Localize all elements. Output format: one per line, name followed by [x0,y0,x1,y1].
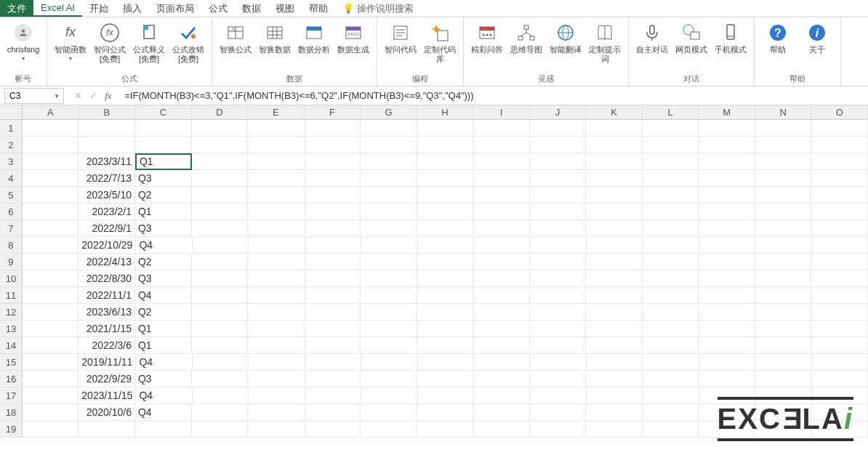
cell[interactable] [530,287,587,304]
cell[interactable] [755,220,812,237]
custom-codelib-button[interactable]: 定制代码库 [421,19,459,64]
cell[interactable] [417,220,474,237]
cell[interactable] [473,170,530,187]
cell[interactable] [473,321,530,337]
cell[interactable] [305,404,361,421]
cell[interactable] [305,387,361,404]
cell[interactable] [643,304,699,321]
row-header[interactable]: 5 [0,187,23,204]
cell[interactable] [192,337,249,354]
cell[interactable] [248,153,305,170]
cell[interactable]: 2023/11/15 [79,387,136,404]
switch-formula-button[interactable]: fx 智换公式 [217,19,254,55]
cell[interactable] [643,137,699,153]
cell[interactable] [586,220,643,237]
row-header[interactable]: 1 [0,120,23,137]
tab-view[interactable]: 视图 [268,0,302,17]
cell[interactable] [586,270,643,287]
cell[interactable] [192,137,249,153]
cell[interactable] [643,337,699,354]
cell[interactable] [361,187,417,204]
cell[interactable] [699,153,755,170]
cell[interactable] [361,404,417,421]
cell[interactable] [473,270,530,287]
cell[interactable] [248,170,305,187]
cell[interactable] [811,337,868,354]
cell[interactable] [361,254,417,270]
column-header[interactable]: C [135,105,192,119]
cell[interactable] [586,304,643,321]
cell[interactable] [23,287,79,304]
tab-home[interactable]: 开始 [82,0,116,17]
cell[interactable] [530,254,587,270]
cell[interactable] [530,387,586,404]
cell[interactable] [699,120,755,137]
cell[interactable] [699,287,755,304]
cell[interactable] [530,404,587,421]
cell[interactable] [361,170,417,187]
cell[interactable]: Q1 [135,337,192,354]
cell[interactable] [530,270,587,287]
cell[interactable] [192,270,249,287]
cell[interactable] [473,187,530,204]
cell[interactable] [473,337,530,354]
cell[interactable] [248,137,305,153]
cell[interactable] [473,204,530,220]
cell[interactable] [699,371,755,387]
cell[interactable] [530,220,587,237]
cell[interactable] [418,354,474,371]
column-header[interactable]: F [305,105,361,119]
cell[interactable] [305,337,361,354]
cell[interactable] [473,120,530,137]
cell[interactable] [305,137,361,153]
cell[interactable] [473,287,530,304]
cell[interactable] [193,354,249,371]
custom-prompt-button[interactable]: 定制提示词 [586,19,624,64]
cell[interactable]: Q3 [135,371,192,387]
cell[interactable] [23,153,79,170]
cell[interactable] [192,254,249,270]
cell[interactable]: Q4 [135,287,192,304]
cell[interactable] [473,254,530,270]
cell[interactable] [811,220,868,237]
cell[interactable] [361,387,417,404]
data-analyze-button[interactable]: 数据分析 [295,19,333,55]
row-header[interactable]: 6 [0,204,23,220]
cell[interactable] [192,287,249,304]
cell[interactable] [417,204,474,220]
cell[interactable]: 2022/9/29 [79,371,135,387]
cell[interactable] [699,304,755,321]
cell[interactable] [305,321,361,337]
cell[interactable] [135,137,192,153]
cell[interactable] [755,321,812,337]
cell[interactable] [248,321,305,337]
cell[interactable] [586,120,643,137]
cell[interactable] [418,237,474,254]
cell[interactable]: Q4 [136,387,192,404]
cell[interactable] [23,220,79,237]
name-box[interactable]: C3 ▾ [4,88,64,104]
row-header[interactable]: 11 [0,287,23,304]
cell[interactable] [643,287,699,304]
cell[interactable] [23,404,79,421]
cell[interactable] [361,220,417,237]
cell[interactable] [473,421,530,438]
tab-file[interactable]: 文件 [0,0,33,17]
cell[interactable]: 2023/3/11 [79,153,135,170]
cell[interactable]: Q2 [135,304,192,321]
row-header[interactable]: 7 [0,220,23,237]
cell[interactable] [812,237,868,254]
cell[interactable] [530,337,587,354]
cell[interactable] [755,137,812,153]
cell[interactable] [248,270,305,287]
row-header[interactable]: 15 [0,354,23,371]
cell[interactable]: 2023/2/1 [79,204,135,220]
cell[interactable] [361,137,417,153]
cell[interactable] [811,204,868,220]
cell[interactable] [305,153,361,170]
cell[interactable] [474,237,530,254]
cell[interactable] [417,270,474,287]
cell[interactable] [417,287,474,304]
cell[interactable] [811,187,868,204]
cell[interactable] [473,371,530,387]
